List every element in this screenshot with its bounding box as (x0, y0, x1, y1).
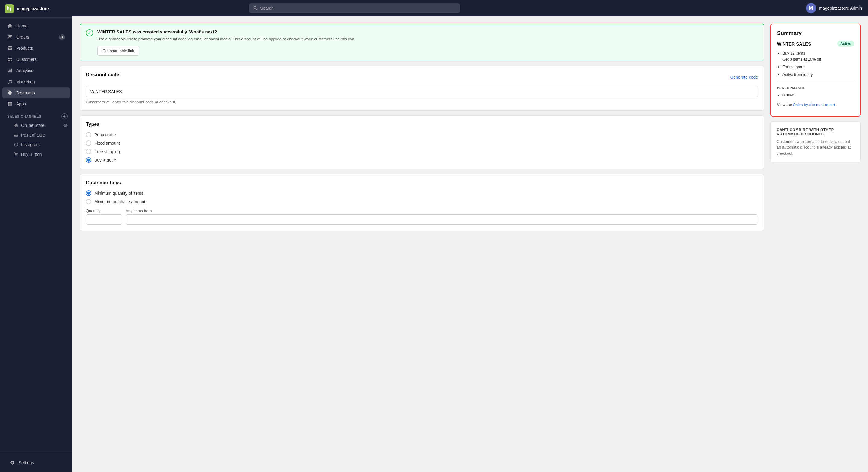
summary-card: Summary WINTER SALES Active Buy 12 items… (770, 24, 861, 117)
sidebar-item-customers[interactable]: Customers (2, 54, 70, 65)
add-sales-channel-button[interactable]: + (61, 113, 67, 119)
get-shareable-link-button[interactable]: Get shareable link (97, 46, 139, 56)
sidebar-item-label: Products (16, 46, 33, 51)
used-count: 0 used (782, 92, 854, 98)
quantity-field: Quantity (86, 209, 122, 225)
summary-detail-everyone: For everyone (782, 64, 854, 70)
sidebar-item-settings[interactable]: Settings (5, 457, 67, 468)
sidebar-item-label: Discounts (16, 90, 35, 95)
any-items-input[interactable] (126, 214, 758, 225)
sidebar-item-label: Marketing (16, 79, 35, 84)
types-card: Types Percentage Fixed amount Free shipp… (80, 116, 764, 169)
type-percentage[interactable]: Percentage (86, 132, 758, 137)
buy-min-purchase[interactable]: Minimum purchase amount (86, 199, 758, 204)
success-content: WINTER SALES was created successfully. W… (97, 29, 355, 56)
types-title: Types (86, 122, 758, 127)
sidebar-item-apps[interactable]: Apps (2, 99, 70, 109)
success-description: Use a shareable link to promote your dis… (97, 36, 355, 42)
settings-label: Settings (19, 460, 34, 465)
sidebar-item-discounts[interactable]: Discounts (2, 87, 70, 98)
success-title: WINTER SALES was created successfully. W… (97, 29, 355, 34)
summary-discount-name-row: WINTER SALES Active (777, 41, 854, 47)
summary-detail-buy: Buy 12 itemsGet 3 items at 20% off (782, 50, 854, 62)
orders-badge: 9 (59, 34, 65, 40)
search-bar[interactable] (249, 3, 460, 13)
any-items-field: Any items from (126, 209, 758, 225)
report-text: View the Sales by discount report (777, 102, 854, 107)
radio-circle-min-qty (86, 190, 91, 196)
summary-divider (777, 82, 854, 82)
summary-discount-name-text: WINTER SALES (777, 41, 811, 46)
discount-report-link[interactable]: Sales by discount report (793, 102, 835, 107)
sidebar-item-label: Home (16, 24, 27, 28)
avatar: M (806, 3, 816, 13)
types-radio-group: Percentage Fixed amount Free shipping Bu… (86, 132, 758, 163)
radio-circle-shipping (86, 149, 91, 154)
cant-combine-text: Customers won't be able to enter a code … (777, 139, 855, 156)
customer-buys-title: Customer buys (86, 180, 758, 186)
radio-circle-percentage (86, 132, 91, 137)
store-name: mageplazastore (17, 6, 49, 11)
sidebar-item-analytics[interactable]: Analytics (2, 65, 70, 76)
success-banner: ✓ WINTER SALES was created successfully.… (80, 24, 764, 61)
sidebar-footer: Settings (0, 453, 72, 472)
type-fixed-amount[interactable]: Fixed amount (86, 140, 758, 146)
type-free-shipping[interactable]: Free shipping (86, 149, 758, 154)
performance-list: 0 used (777, 92, 854, 98)
discount-code-hint: Customers will enter this discount code … (86, 100, 758, 104)
sidebar-item-label: Orders (16, 35, 29, 39)
status-badge: Active (837, 41, 854, 47)
radio-circle-fixed (86, 140, 91, 146)
sidebar-item-label: Apps (16, 101, 26, 106)
sales-channels-section-label: SALES CHANNELS + (0, 110, 72, 121)
discount-code-row: Discount code Generate code (86, 72, 758, 82)
customer-buys-fields: Quantity Any items from (86, 209, 758, 225)
summary-details-list: Buy 12 itemsGet 3 items at 20% off For e… (777, 50, 854, 77)
topbar-right: M mageplazastore Admin (806, 3, 862, 13)
admin-name: mageplazastore Admin (819, 6, 862, 10)
sidebar-item-orders[interactable]: Orders 9 (2, 32, 70, 42)
search-icon (253, 6, 258, 10)
sidebar-item-label: Analytics (16, 68, 33, 73)
customer-buys-card: Customer buys Minimum quantity of items … (80, 174, 764, 231)
generate-code-link[interactable]: Generate code (730, 75, 758, 80)
main-wrapper: M mageplazastore Admin ✓ WINTER SALES wa… (72, 0, 868, 472)
shopify-logo-icon (5, 4, 14, 13)
buy-min-quantity[interactable]: Minimum quantity of items (86, 190, 758, 196)
success-check-icon: ✓ (86, 29, 93, 36)
search-input[interactable] (260, 6, 456, 10)
discount-code-title: Discount code (86, 72, 119, 77)
content: ✓ WINTER SALES was created successfully.… (72, 16, 868, 472)
sidebar-item-products[interactable]: Products (2, 43, 70, 54)
summary-title: Summary (777, 30, 854, 36)
radio-circle-buyxgety (86, 157, 91, 163)
cant-combine-card: CAN'T COMBINE WITH OTHER AUTOMATIC DISCO… (770, 122, 861, 163)
sidebar-nav: Home Orders 9 Products Customers Analyti… (0, 18, 72, 453)
radio-circle-min-purchase (86, 199, 91, 204)
type-buy-x-get-y[interactable]: Buy X get Y (86, 157, 758, 163)
discount-code-input[interactable] (86, 86, 758, 97)
cant-combine-title: CAN'T COMBINE WITH OTHER AUTOMATIC DISCO… (777, 128, 855, 136)
content-side: Summary WINTER SALES Active Buy 12 items… (770, 24, 861, 465)
content-main: ✓ WINTER SALES was created successfully.… (80, 24, 764, 465)
sidebar-item-instagram[interactable]: Instagram (0, 140, 72, 150)
sidebar-item-marketing[interactable]: Marketing (2, 76, 70, 87)
customer-buys-radio-group: Minimum quantity of items Minimum purcha… (86, 190, 758, 204)
sidebar-item-online-store[interactable]: Online Store (0, 121, 72, 130)
discount-code-card: Discount code Generate code Customers wi… (80, 66, 764, 111)
quantity-input[interactable] (86, 214, 122, 225)
performance-label: PERFORMANCE (777, 86, 854, 90)
summary-detail-active: Active from today (782, 72, 854, 78)
any-items-label: Any items from (126, 209, 758, 213)
sidebar-header: mageplazastore (0, 0, 72, 18)
sidebar-item-label: Customers (16, 57, 37, 62)
quantity-label: Quantity (86, 209, 122, 213)
sidebar-item-buy-button[interactable]: Buy Button (0, 150, 72, 159)
sidebar: mageplazastore Home Orders 9 Products Cu… (0, 0, 72, 472)
topbar: M mageplazastore Admin (72, 0, 868, 16)
sidebar-item-home[interactable]: Home (2, 21, 70, 31)
sidebar-item-point-of-sale[interactable]: Point of Sale (0, 130, 72, 140)
